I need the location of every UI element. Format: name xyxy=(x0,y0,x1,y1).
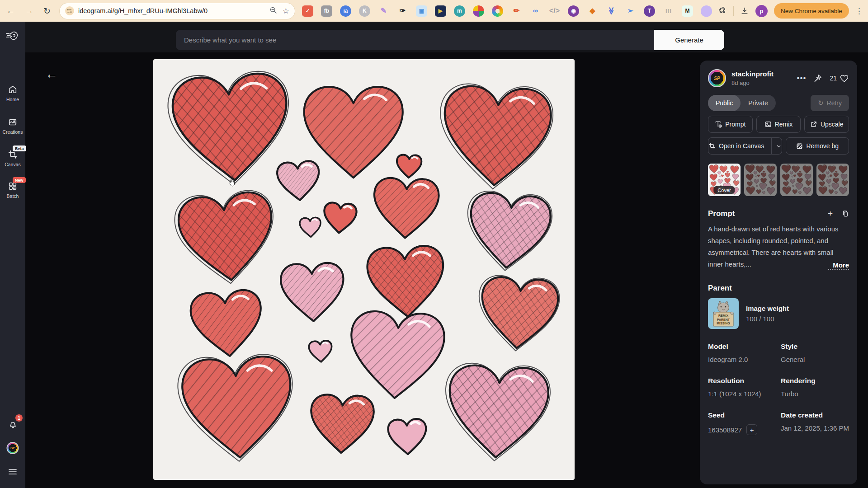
post-time: 8d ago xyxy=(731,80,797,86)
prompt-section-header: Prompt + xyxy=(708,209,849,219)
canvas-beta-badge: Beta xyxy=(13,145,26,151)
m-circle-icon[interactable]: m xyxy=(454,5,465,17)
generate-button[interactable]: Generate xyxy=(654,30,724,50)
bookmark-star-icon[interactable]: ☆ xyxy=(283,6,289,16)
pinwheel-icon[interactable] xyxy=(473,5,484,17)
download-icon[interactable] xyxy=(740,6,749,15)
browser-forward-icon[interactable]: → xyxy=(25,6,33,16)
heart-icon xyxy=(840,74,849,83)
sidebar-item-batch[interactable]: New Batch xyxy=(0,181,25,199)
chrome-update-chip[interactable]: New Chrome available xyxy=(774,3,849,19)
svg-text:MISSING: MISSING xyxy=(717,322,730,325)
visibility-public[interactable]: Public xyxy=(708,95,741,111)
fb-icon[interactable]: fb xyxy=(321,5,332,17)
hamburger-icon xyxy=(7,467,18,477)
sidebar: Home Creations Beta Canvas New Batch 1 xyxy=(0,22,25,488)
ghost-icon[interactable] xyxy=(701,5,712,17)
retry-button[interactable]: ↻ Retry xyxy=(811,95,849,111)
remove-bg-button[interactable]: Remove bg xyxy=(786,137,849,155)
seed-plus-button[interactable]: + xyxy=(746,424,757,435)
thumbnail-4[interactable] xyxy=(816,164,849,196)
chevrons-icon[interactable]: ≫ xyxy=(606,5,617,17)
metamask-fox-icon[interactable]: ◆ xyxy=(587,5,598,17)
red-pen-icon[interactable]: ✏ xyxy=(511,5,522,17)
batch-new-badge: New xyxy=(13,177,26,183)
copy-prompt-icon[interactable] xyxy=(842,210,849,217)
panel-header: SP stackinprofit 8d ago ••• 21 xyxy=(708,68,849,89)
url-text[interactable]: ideogram.ai/g/H_mhxr_dRUu-IMGhl3Labw/0 xyxy=(78,7,265,14)
creator-avatar[interactable]: SP xyxy=(708,69,726,87)
code-icon[interactable]: </> xyxy=(549,5,560,17)
more-options-icon[interactable]: ••• xyxy=(797,74,807,83)
meta-date-created: Date created Jan 12, 2025, 1:36 PM xyxy=(781,411,849,435)
color-ring-icon[interactable] xyxy=(492,5,503,17)
pen-icon[interactable]: ✎ xyxy=(378,5,389,17)
notifications-bell[interactable]: 1 xyxy=(7,418,18,429)
creations-icon xyxy=(8,117,18,127)
browser-back-icon[interactable]: ← xyxy=(6,6,15,16)
generated-image[interactable] xyxy=(153,59,575,480)
likes-count: 21 xyxy=(830,75,837,82)
likes-control[interactable]: 21 xyxy=(830,74,849,83)
thumbnail-3[interactable] xyxy=(780,164,813,196)
bird-icon[interactable]: ➣ xyxy=(625,5,636,17)
browser-reload-icon[interactable]: ↻ xyxy=(43,6,51,16)
play-icon[interactable]: ▶ xyxy=(435,5,446,17)
prompt-section-title: Prompt xyxy=(708,209,828,218)
meta-seed: Seed 163508927+ xyxy=(708,411,776,435)
parent-thumbnail[interactable]: REMIXPARENTMISSING xyxy=(708,298,739,329)
image-weight-value: 100 / 100 xyxy=(746,315,789,323)
meta-rendering: Rendering Turbo xyxy=(781,377,849,398)
parent-row: REMIXPARENTMISSING Image weight 100 / 10… xyxy=(708,298,849,329)
visibility-row: Public Private ↻ Retry xyxy=(708,95,849,111)
eyedropper-icon[interactable]: ✑ xyxy=(397,5,408,17)
browser-profile-avatar[interactable]: p xyxy=(755,5,768,17)
image-detail-panel: SP stackinprofit 8d ago ••• 21 Public Pr… xyxy=(700,61,857,484)
thumbnail-1-cover[interactable]: Cover xyxy=(708,164,741,196)
sidebar-menu-button[interactable] xyxy=(7,467,18,479)
canvas-dropdown-toggle[interactable] xyxy=(771,138,782,154)
eye-icon[interactable]: ◉ xyxy=(568,5,579,17)
todoist-icon[interactable]: ✓ xyxy=(302,5,313,17)
back-button[interactable]: ← xyxy=(43,66,60,82)
creator-username[interactable]: stackinprofit xyxy=(731,70,797,78)
t-icon[interactable]: T xyxy=(644,5,655,17)
parent-section-title: Parent xyxy=(708,284,849,293)
sidebar-item-creations[interactable]: Creations xyxy=(0,117,25,135)
sidebar-user-avatar[interactable]: SP xyxy=(7,442,19,454)
remix-icon xyxy=(764,121,772,128)
prompt-more-link[interactable]: More xyxy=(828,261,849,270)
variant-thumbnails: Cover xyxy=(708,164,849,196)
open-in-canvas-button[interactable]: Open in Canvas xyxy=(708,137,782,155)
address-bar[interactable]: ideogram.ai/g/H_mhxr_dRUu-IMGhl3Labw/0 ☆ xyxy=(60,3,295,19)
k-icon[interactable]: K xyxy=(359,5,370,17)
meta-model: Model Ideogram 2.0 xyxy=(708,343,776,363)
upscale-icon xyxy=(810,121,817,128)
link-icon[interactable]: ∞ xyxy=(530,5,541,17)
action-buttons: Prompt Remix Upscale xyxy=(708,116,849,133)
avatar: SP xyxy=(7,442,19,454)
svg-text:REMIX: REMIX xyxy=(718,314,729,317)
prompt-button[interactable]: Prompt xyxy=(708,116,753,133)
app-screen: ← → ↻ ideogram.ai/g/H_mhxr_dRUu-IMGhl3La… xyxy=(0,0,868,488)
prompt-input[interactable] xyxy=(176,30,654,50)
extensions-puzzle-icon[interactable] xyxy=(718,7,727,15)
sidebar-item-canvas[interactable]: Beta Canvas xyxy=(0,149,25,167)
m-square-icon[interactable]: M xyxy=(682,5,693,17)
remix-button[interactable]: Remix xyxy=(756,116,801,133)
bars-icon[interactable]: ııı xyxy=(663,5,674,17)
ideogram-logo-icon[interactable] xyxy=(5,30,20,45)
add-prompt-icon[interactable]: + xyxy=(828,209,833,219)
thumbnail-2[interactable] xyxy=(744,164,777,196)
upscale-button[interactable]: Upscale xyxy=(804,116,849,133)
browser-menu-icon[interactable]: ⋮ xyxy=(855,6,863,16)
sidebar-item-home[interactable]: Home xyxy=(0,84,25,102)
site-info-icon[interactable] xyxy=(65,6,74,15)
ia-icon[interactable]: ıa xyxy=(340,5,351,17)
photos-icon[interactable]: ▣ xyxy=(416,5,427,17)
pin-icon[interactable] xyxy=(813,74,822,83)
zoom-indicator-icon[interactable] xyxy=(269,6,277,16)
notification-count-badge: 1 xyxy=(15,414,23,422)
chevron-down-icon xyxy=(776,143,782,149)
visibility-private[interactable]: Private xyxy=(741,95,776,111)
